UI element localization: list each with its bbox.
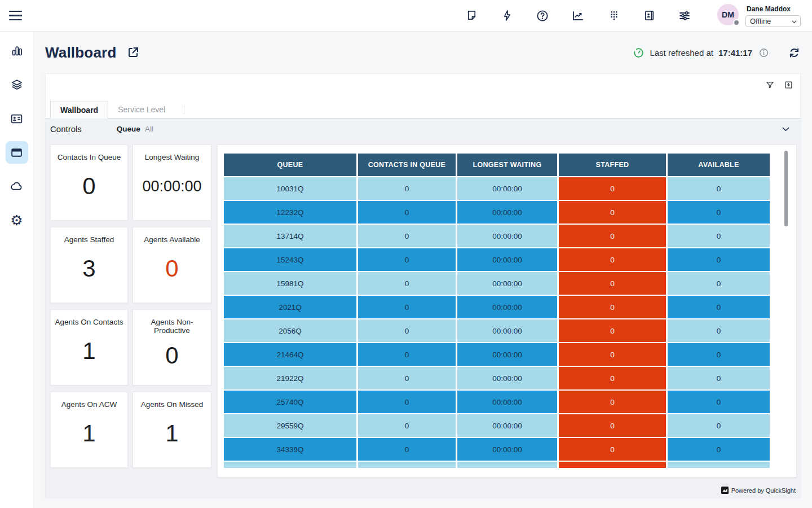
table-cell: 0 [668,414,770,437]
help-icon [536,9,549,23]
sidebar-item-contacts[interactable] [6,107,28,130]
table-scrollbar-thumb[interactable] [784,151,788,226]
dashboard-sheet: Contacts In Queue 0 Longest Waiting 00:0… [46,139,800,497]
table-cell [358,462,456,468]
table-cell: 21922Q [224,367,356,389]
table-cell: 0 [559,248,666,271]
tab-bar: Wallboard Service Level [46,101,800,119]
powered-by-quicksight-link[interactable]: Powered by QuickSight [721,487,796,494]
quicksight-logo-icon [721,487,729,494]
table-cell: 0 [559,367,666,389]
kpi-title: Agents On Contacts [53,318,126,326]
menu-icon[interactable] [9,7,26,24]
chevron-down-icon [780,124,791,134]
kpi-value: 00:00:00 [142,161,201,220]
info-icon [758,47,769,58]
kpi-agents-available: Agents Available 0 [133,227,211,303]
info-button[interactable] [758,47,769,58]
table-cell: 0 [358,438,456,461]
table-cell: 00:00:00 [457,438,557,461]
table-header-row: QUEUECONTACTS IN QUEUELONGEST WAITINGSTA… [224,154,770,176]
queue-table: QUEUECONTACTS IN QUEUELONGEST WAITINGSTA… [222,152,771,468]
dialpad-button[interactable] [606,8,621,23]
table-cell: 0 [559,391,666,413]
controls-bar: Controls Queue All [46,119,800,139]
table-cell: 0 [668,438,770,461]
help-button[interactable] [535,8,550,23]
table-cell [668,462,770,468]
table-row: 15243Q000:00:0000 [224,248,770,271]
tab-service-level[interactable]: Service Level [108,101,175,118]
queue-table-viewport: QUEUECONTACTS IN QUEUELONGEST WAITINGSTA… [222,152,771,468]
table-cell: 0 [559,296,666,318]
table-cell: 0 [668,177,770,200]
tab-wallboard[interactable]: Wallboard [50,101,108,119]
timer-icon [633,47,645,59]
table-cell: 0 [668,272,770,295]
table-cell: 00:00:00 [457,343,557,366]
note-icon [465,9,478,22]
queue-filter-label: Queue [117,125,140,133]
preferences-button[interactable] [677,8,692,23]
export-icon [784,80,793,90]
metrics-button[interactable] [571,8,585,23]
filter-button[interactable] [765,80,775,90]
export-button[interactable] [784,80,793,90]
id-card-icon [10,112,24,126]
table-row: 34339Q000:00:0000 [224,438,770,461]
avatar-initials: DM [722,10,734,19]
table-cell: 00:00:00 [457,272,557,295]
preferences-icon [678,9,691,23]
table-cell: 00:00:00 [457,248,557,271]
sidebar-item-settings[interactable]: ⚙ [6,209,28,231]
wallboard-window-icon [10,146,24,160]
directory-icon [643,9,656,22]
kpi-longest-waiting: Longest Waiting 00:00:00 [133,144,211,221]
sidebar-item-cloud[interactable] [6,175,28,198]
sidebar-item-layers[interactable] [6,73,28,96]
refresh-button[interactable] [788,46,801,59]
controls-collapse-button[interactable] [780,124,791,134]
note-button[interactable] [464,8,479,23]
sidebar-item-wallboard[interactable] [6,141,28,164]
table-cell: 0 [559,319,666,342]
lightning-button[interactable] [500,8,514,23]
kpi-title: Agents Non-Productive [133,318,211,335]
status-select[interactable]: Offline [745,15,801,27]
page-header: Wallboard Last refreshed at 17:41:17 [34,32,812,73]
sidebar-item-metrics[interactable] [6,40,28,62]
table-cell: 00:00:00 [457,414,557,437]
table-cell: 0 [358,225,456,247]
table-cell: 00:00:00 [457,225,557,247]
metrics-icon [571,9,585,23]
directory-button[interactable] [642,8,656,23]
kpi-value: 0 [165,335,178,385]
card-toolbar [765,80,793,90]
open-in-new-window-button[interactable] [126,46,140,59]
kpi-title: Longest Waiting [143,153,201,161]
table-cell: 0 [358,414,456,437]
table-cell: 0 [358,343,456,366]
table-cell: 15243Q [224,248,356,271]
avatar[interactable]: DM [717,4,739,25]
table-cell: 0 [559,201,666,224]
topbar-actions: DM Dane Maddox Offline [464,4,812,27]
table-row: 15981Q000:00:0000 [224,272,770,295]
sidebar: ⚙ [0,32,34,508]
user-name: Dane Maddox [747,5,801,13]
queue-table-panel: QUEUECONTACTS IN QUEUELONGEST WAITINGSTA… [217,144,797,478]
bar-chart-icon [10,44,24,58]
kpi-title: Agents Staffed [62,235,116,244]
kpi-value: 0 [165,244,178,303]
tab-label: Wallboard [60,106,98,115]
table-cell [559,462,666,468]
table-cell: 0 [559,177,666,200]
table-body: 10031Q000:00:000012232Q000:00:000013714Q… [224,177,770,468]
table-row: 2021Q000:00:0000 [224,296,770,318]
queue-filter-value[interactable]: All [145,125,153,133]
table-cell: 0 [358,272,456,295]
kpi-grid: Contacts In Queue 0 Longest Waiting 00:0… [50,144,211,468]
gear-icon: ⚙ [10,213,23,227]
refresh-time: 17:41:17 [718,48,752,58]
table-column-header: STAFFED [559,154,666,176]
